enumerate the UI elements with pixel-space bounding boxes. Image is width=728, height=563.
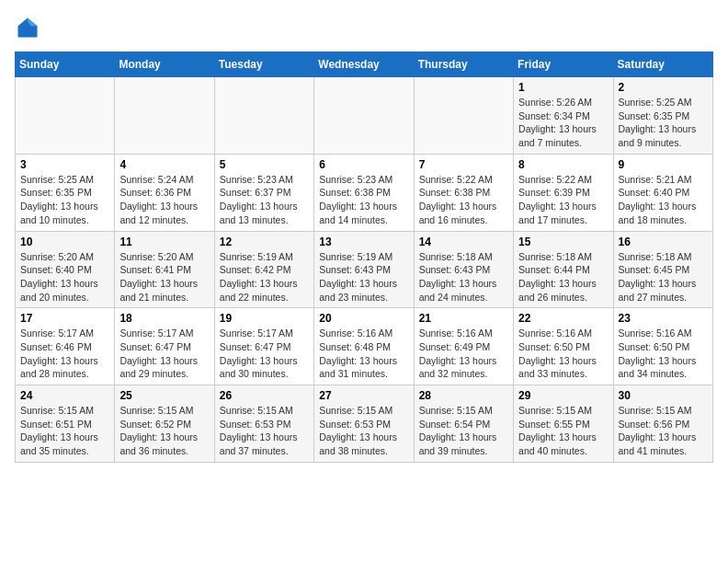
day-cell	[16, 77, 115, 155]
day-info-line: Sunrise: 5:16 AM	[619, 327, 708, 340]
day-info-line: Daylight: 13 hours and 22 minutes.	[220, 277, 309, 304]
day-info-line: Sunset: 6:40 PM	[20, 263, 109, 277]
day-number: 8	[518, 158, 608, 171]
day-info-line: Sunset: 6:56 PM	[619, 418, 708, 431]
day-info-line: Sunset: 6:49 PM	[419, 340, 508, 354]
day-cell: 13Sunrise: 5:19 AMSunset: 6:43 PMDayligh…	[314, 231, 414, 308]
day-info-line: Daylight: 13 hours and 27 minutes.	[619, 277, 708, 304]
day-info-line: Sunrise: 5:22 AM	[419, 173, 508, 187]
day-number: 16	[619, 236, 708, 248]
week-row-3: 10Sunrise: 5:20 AMSunset: 6:40 PMDayligh…	[16, 231, 713, 308]
day-info-line: Sunset: 6:34 PM	[518, 109, 608, 123]
day-info-line: Daylight: 13 hours and 23 minutes.	[319, 277, 408, 304]
day-info-line: Daylight: 13 hours and 21 minutes.	[119, 277, 209, 304]
day-info-line: Daylight: 13 hours and 40 minutes.	[518, 431, 608, 457]
day-info-line: Sunrise: 5:17 AM	[220, 327, 309, 340]
day-cell: 30Sunrise: 5:15 AMSunset: 6:56 PMDayligh…	[613, 385, 712, 463]
day-info-line: Sunset: 6:50 PM	[619, 340, 708, 354]
day-info-line: Sunrise: 5:18 AM	[419, 250, 508, 264]
day-info-line: Daylight: 13 hours and 14 minutes.	[319, 200, 408, 226]
day-number: 7	[419, 158, 508, 171]
day-info-line: Daylight: 13 hours and 9 minutes.	[619, 122, 708, 149]
day-info-line: Sunset: 6:46 PM	[20, 340, 109, 354]
day-number: 21	[419, 312, 508, 325]
day-cell: 7Sunrise: 5:22 AMSunset: 6:38 PMDaylight…	[414, 154, 513, 231]
day-info-line: Daylight: 13 hours and 7 minutes.	[518, 122, 608, 149]
week-row-5: 24Sunrise: 5:15 AMSunset: 6:51 PMDayligh…	[16, 385, 713, 463]
day-cell: 11Sunrise: 5:20 AMSunset: 6:41 PMDayligh…	[115, 231, 214, 308]
day-number: 5	[220, 158, 309, 171]
day-info-line: Sunset: 6:48 PM	[319, 340, 408, 354]
day-info-line: Sunset: 6:43 PM	[319, 263, 408, 277]
day-number: 1	[518, 81, 608, 94]
day-cell: 14Sunrise: 5:18 AMSunset: 6:43 PMDayligh…	[414, 231, 513, 308]
day-number: 13	[319, 236, 408, 248]
day-info-line: Sunset: 6:39 PM	[518, 186, 608, 200]
day-info-line: Sunrise: 5:25 AM	[619, 96, 708, 109]
day-cell: 24Sunrise: 5:15 AMSunset: 6:51 PMDayligh…	[16, 385, 115, 463]
weekday-wednesday: Wednesday	[314, 52, 414, 77]
day-info-line: Sunset: 6:36 PM	[119, 186, 209, 200]
day-info-line: Sunset: 6:51 PM	[20, 418, 109, 431]
day-info-line: Daylight: 13 hours and 18 minutes.	[619, 200, 708, 226]
day-info-line: Sunset: 6:35 PM	[20, 186, 109, 200]
day-number: 15	[518, 236, 608, 248]
day-cell: 26Sunrise: 5:15 AMSunset: 6:53 PMDayligh…	[214, 385, 313, 463]
day-info-line: Daylight: 13 hours and 29 minutes.	[119, 354, 209, 381]
day-cell: 5Sunrise: 5:23 AMSunset: 6:37 PMDaylight…	[214, 154, 313, 231]
day-info-line: Sunrise: 5:17 AM	[119, 327, 209, 340]
day-cell: 19Sunrise: 5:17 AMSunset: 6:47 PMDayligh…	[214, 308, 313, 385]
day-info-line: Sunrise: 5:20 AM	[20, 250, 109, 264]
day-cell: 25Sunrise: 5:15 AMSunset: 6:52 PMDayligh…	[115, 385, 214, 463]
day-info-line: Daylight: 13 hours and 13 minutes.	[220, 200, 309, 226]
day-cell: 10Sunrise: 5:20 AMSunset: 6:40 PMDayligh…	[16, 231, 115, 308]
day-info-line: Sunset: 6:50 PM	[518, 340, 608, 354]
day-info-line: Sunrise: 5:19 AM	[220, 250, 309, 264]
day-info-line: Sunrise: 5:19 AM	[319, 250, 408, 264]
day-info-line: Sunset: 6:47 PM	[220, 340, 309, 354]
day-info-line: Sunset: 6:55 PM	[518, 418, 608, 431]
day-info-line: Sunset: 6:47 PM	[119, 340, 209, 354]
day-cell	[414, 77, 513, 155]
day-info-line: Sunrise: 5:25 AM	[20, 173, 109, 187]
week-row-1: 1Sunrise: 5:26 AMSunset: 6:34 PMDaylight…	[16, 77, 713, 155]
week-row-2: 3Sunrise: 5:25 AMSunset: 6:35 PMDaylight…	[16, 154, 713, 231]
day-cell: 28Sunrise: 5:15 AMSunset: 6:54 PMDayligh…	[414, 385, 513, 463]
day-number: 3	[20, 158, 109, 171]
day-info-line: Daylight: 13 hours and 28 minutes.	[20, 354, 109, 381]
day-number: 30	[619, 389, 708, 402]
day-number: 25	[119, 389, 209, 402]
day-cell: 18Sunrise: 5:17 AMSunset: 6:47 PMDayligh…	[115, 308, 214, 385]
day-info-line: Sunset: 6:38 PM	[319, 186, 408, 200]
day-info-line: Daylight: 13 hours and 39 minutes.	[419, 431, 508, 457]
day-cell: 1Sunrise: 5:26 AMSunset: 6:34 PMDaylight…	[514, 77, 613, 155]
day-info-line: Daylight: 13 hours and 20 minutes.	[20, 277, 109, 304]
day-number: 27	[319, 389, 408, 402]
calendar-table: SundayMondayTuesdayWednesdayThursdayFrid…	[15, 52, 713, 463]
day-number: 24	[20, 389, 109, 402]
day-cell	[115, 77, 214, 155]
day-cell: 12Sunrise: 5:19 AMSunset: 6:42 PMDayligh…	[214, 231, 313, 308]
day-info-line: Sunset: 6:52 PM	[119, 418, 209, 431]
day-info-line: Daylight: 13 hours and 24 minutes.	[419, 277, 508, 304]
day-cell: 17Sunrise: 5:17 AMSunset: 6:46 PMDayligh…	[16, 308, 115, 385]
day-number: 2	[619, 81, 708, 94]
day-info-line: Sunset: 6:44 PM	[518, 263, 608, 277]
weekday-thursday: Thursday	[414, 52, 513, 77]
day-cell: 2Sunrise: 5:25 AMSunset: 6:35 PMDaylight…	[613, 77, 712, 155]
weekday-tuesday: Tuesday	[214, 52, 313, 77]
day-info-line: Sunrise: 5:18 AM	[518, 250, 608, 264]
day-info-line: Sunrise: 5:16 AM	[319, 327, 408, 340]
day-cell: 8Sunrise: 5:22 AMSunset: 6:39 PMDaylight…	[514, 154, 613, 231]
day-info-line: Daylight: 13 hours and 37 minutes.	[220, 431, 309, 457]
day-number: 26	[220, 389, 309, 402]
week-row-4: 17Sunrise: 5:17 AMSunset: 6:46 PMDayligh…	[16, 308, 713, 385]
day-info-line: Daylight: 13 hours and 34 minutes.	[619, 354, 708, 381]
day-info-line: Sunset: 6:35 PM	[619, 109, 708, 123]
day-cell: 21Sunrise: 5:16 AMSunset: 6:49 PMDayligh…	[414, 308, 513, 385]
day-number: 10	[20, 236, 109, 248]
day-info-line: Sunrise: 5:24 AM	[119, 173, 209, 187]
day-info-line: Daylight: 13 hours and 12 minutes.	[119, 200, 209, 226]
day-cell: 4Sunrise: 5:24 AMSunset: 6:36 PMDaylight…	[115, 154, 214, 231]
day-info-line: Sunset: 6:53 PM	[220, 418, 309, 431]
